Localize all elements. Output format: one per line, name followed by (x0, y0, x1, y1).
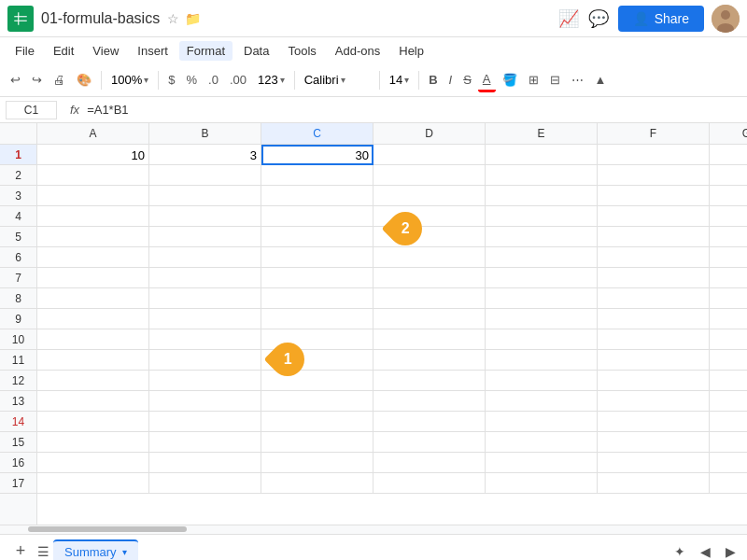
cell-a10[interactable] (37, 329, 149, 350)
cell-b12[interactable] (149, 371, 261, 391)
scroll-sheets-left[interactable]: ◀ (697, 540, 714, 561)
menu-file[interactable]: File (7, 41, 42, 61)
avatar[interactable] (712, 5, 740, 33)
star-icon[interactable]: ☆ (167, 11, 179, 26)
cell-f17[interactable] (598, 473, 710, 494)
explore-button[interactable]: ✦ (670, 540, 689, 561)
cell-e16[interactable] (486, 453, 598, 473)
cell-b10[interactable] (149, 329, 261, 350)
cell-g10[interactable] (710, 329, 747, 350)
cell-f6[interactable] (598, 247, 710, 268)
cell-c15[interactable] (261, 432, 374, 453)
format-dropdown[interactable]: 123 ▾ (253, 70, 289, 90)
formula-input[interactable] (87, 103, 741, 117)
cell-g1[interactable] (710, 145, 747, 165)
col-header-b[interactable]: B (149, 123, 261, 144)
cell-f2[interactable] (598, 165, 710, 186)
add-sheet-button[interactable]: + (7, 539, 34, 561)
cell-a3[interactable] (37, 186, 149, 206)
decimal-decrease-button[interactable]: .0 (204, 69, 223, 91)
cell-b13[interactable] (149, 391, 261, 412)
cell-g5[interactable] (710, 227, 747, 247)
cell-c17[interactable] (261, 473, 374, 494)
menu-edit[interactable]: Edit (46, 41, 81, 61)
cell-g14[interactable] (710, 412, 747, 432)
cell-e17[interactable] (486, 473, 598, 494)
row-header-9[interactable]: 9 (0, 309, 36, 329)
row-header-17[interactable]: 17 (0, 473, 36, 494)
menu-format[interactable]: Format (179, 41, 233, 61)
col-header-c[interactable]: C (261, 123, 374, 144)
cell-d13[interactable] (374, 391, 486, 412)
cell-d16[interactable] (374, 453, 486, 473)
cell-d4[interactable] (374, 206, 486, 227)
cell-f12[interactable] (598, 371, 710, 391)
bold-button[interactable]: B (424, 69, 442, 91)
cell-e1[interactable] (486, 145, 598, 165)
scroll-sheets-right[interactable]: ▶ (722, 540, 740, 561)
cell-d12[interactable] (374, 371, 486, 391)
cell-e6[interactable] (486, 247, 598, 268)
cell-reference-input[interactable] (6, 101, 57, 119)
cell-g17[interactable] (710, 473, 747, 494)
cell-d6[interactable] (374, 247, 486, 268)
cell-b1[interactable]: 3 (149, 145, 261, 165)
cell-d8[interactable] (374, 288, 486, 309)
cell-b11[interactable] (149, 350, 261, 371)
row-header-14[interactable]: 14 (0, 412, 36, 432)
cell-f11[interactable] (598, 350, 710, 371)
cell-f8[interactable] (598, 288, 710, 309)
row-header-6[interactable]: 6 (0, 247, 36, 268)
menu-addons[interactable]: Add-ons (328, 41, 388, 61)
cell-e3[interactable] (486, 186, 598, 206)
cell-b4[interactable] (149, 206, 261, 227)
row-header-1[interactable]: 1 (0, 145, 36, 165)
cell-f15[interactable] (598, 432, 710, 453)
cell-e9[interactable] (486, 309, 598, 329)
cell-e2[interactable] (486, 165, 598, 186)
row-header-13[interactable]: 13 (0, 391, 36, 412)
cell-f9[interactable] (598, 309, 710, 329)
cell-e12[interactable] (486, 371, 598, 391)
cell-g11[interactable] (710, 350, 747, 371)
cell-g3[interactable] (710, 186, 747, 206)
merge-cells-button[interactable]: ⊟ (545, 69, 565, 91)
row-header-5[interactable]: 5 (0, 227, 36, 247)
cell-g9[interactable] (710, 309, 747, 329)
cell-f7[interactable] (598, 268, 710, 288)
cell-e7[interactable] (486, 268, 598, 288)
cell-a13[interactable] (37, 391, 149, 412)
cell-c9[interactable] (261, 309, 374, 329)
cell-g15[interactable] (710, 432, 747, 453)
cell-f10[interactable] (598, 329, 710, 350)
cell-a12[interactable] (37, 371, 149, 391)
cell-a9[interactable] (37, 309, 149, 329)
font-size-dropdown[interactable]: 14 ▾ (385, 70, 414, 90)
cell-c3[interactable] (261, 186, 374, 206)
undo-button[interactable]: ↩ (6, 69, 25, 91)
row-header-7[interactable]: 7 (0, 268, 36, 288)
cell-d2[interactable] (374, 165, 486, 186)
cell-a7[interactable] (37, 268, 149, 288)
cell-d10[interactable] (374, 329, 486, 350)
cell-f16[interactable] (598, 453, 710, 473)
menu-view[interactable]: View (85, 41, 126, 61)
cell-c16[interactable] (261, 453, 374, 473)
cell-a5[interactable] (37, 227, 149, 247)
cell-b3[interactable] (149, 186, 261, 206)
cell-c4[interactable] (261, 206, 374, 227)
font-color-button[interactable]: A (478, 68, 496, 92)
cell-e8[interactable] (486, 288, 598, 309)
cell-a14[interactable] (37, 412, 149, 432)
cell-b6[interactable] (149, 247, 261, 268)
cell-f14[interactable] (598, 412, 710, 432)
folder-icon[interactable]: 📁 (185, 11, 201, 26)
cell-d7[interactable] (374, 268, 486, 288)
cell-b8[interactable] (149, 288, 261, 309)
cell-c12[interactable] (261, 371, 374, 391)
cell-b7[interactable] (149, 268, 261, 288)
cell-b5[interactable] (149, 227, 261, 247)
collapse-button[interactable]: ▲ (590, 69, 612, 91)
cell-b9[interactable] (149, 309, 261, 329)
cell-g16[interactable] (710, 453, 747, 473)
